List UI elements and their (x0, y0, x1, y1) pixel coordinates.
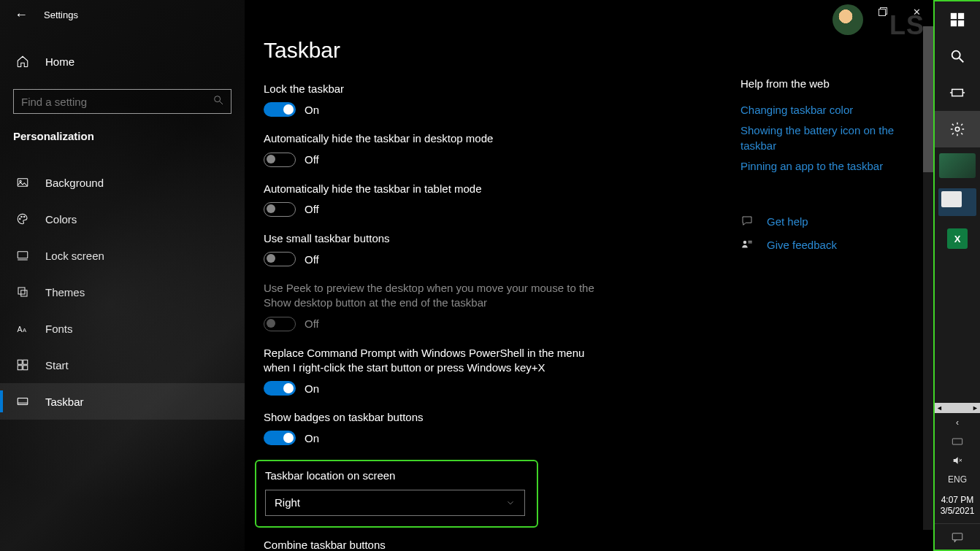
action-center-button[interactable] (935, 523, 980, 550)
dropdown-taskbar-location[interactable]: Right (265, 490, 525, 516)
svg-rect-15 (18, 398, 28, 405)
setting-combine: Combine taskbar buttons (264, 538, 600, 552)
svg-rect-21 (958, 13, 964, 19)
close-button[interactable]: ✕ (900, 0, 933, 23)
taskbar-app-thumbnail[interactable] (935, 147, 980, 184)
help-title: Help from the web (740, 77, 908, 90)
taskbar-app-group[interactable] (935, 184, 980, 220)
svg-line-1 (220, 101, 223, 104)
svg-rect-26 (952, 89, 963, 96)
svg-line-25 (960, 58, 964, 63)
tray-volume[interactable] (935, 451, 980, 470)
taskbar-settings-app[interactable] (935, 111, 980, 147)
help-link-color[interactable]: Changing taskbar color (740, 103, 908, 117)
svg-rect-7 (18, 252, 28, 258)
toggle-badges[interactable] (264, 431, 296, 445)
themes-icon (16, 285, 29, 298)
back-button[interactable]: ← (15, 7, 28, 23)
home-label: Home (45, 55, 74, 68)
chevron-down-icon (505, 498, 516, 508)
home-icon (16, 55, 29, 68)
search-button[interactable] (935, 38, 980, 74)
setting-autohide-tablet: Automatically hide the taskbar in tablet… (264, 182, 600, 217)
svg-rect-22 (951, 20, 957, 26)
svg-point-24 (952, 51, 960, 59)
nav-colors[interactable]: Colors (0, 201, 245, 237)
nav-lock-screen[interactable]: Lock screen (0, 237, 245, 274)
volume-mute-icon (952, 455, 963, 466)
setting-small-buttons: Use small taskbar buttons Off (264, 231, 600, 266)
svg-point-17 (743, 241, 747, 244)
chat-icon (740, 215, 754, 228)
toggle-lock[interactable] (264, 102, 296, 117)
nav-home[interactable]: Home (0, 44, 245, 79)
taskbar-icon (16, 395, 29, 408)
svg-rect-14 (23, 366, 28, 370)
gear-icon (949, 121, 965, 137)
svg-rect-19 (879, 9, 886, 16)
setting-powershell: Replace Command Prompt with Windows Powe… (264, 346, 600, 396)
svg-text:A: A (23, 327, 26, 334)
nav-background[interactable]: Background (0, 164, 245, 201)
windows-icon (949, 12, 965, 28)
toggle-small-buttons[interactable] (264, 252, 296, 266)
settings-sidebar: ← Settings Home Personalization Backgrou… (0, 0, 245, 551)
get-help-link[interactable]: Get help (740, 215, 908, 228)
nav-start[interactable]: Start (0, 347, 245, 383)
search-input[interactable] (13, 89, 231, 114)
page-title: Taskbar (264, 38, 933, 63)
svg-point-29 (955, 127, 960, 131)
help-link-pinning[interactable]: Pinning an app to the taskbar (740, 159, 908, 174)
palette-icon (16, 212, 29, 226)
svg-rect-11 (18, 360, 22, 364)
lock-screen-icon (16, 249, 29, 262)
highlighted-group: Taskbar location on screen Right (255, 460, 538, 527)
tray-input[interactable] (935, 432, 980, 451)
taskbar-overflow-scroll[interactable]: ◄► (935, 403, 980, 413)
setting-taskbar-location: Taskbar location on screen Right (265, 469, 528, 515)
user-avatar[interactable] (832, 4, 863, 35)
start-button[interactable] (935, 1, 980, 38)
svg-rect-23 (958, 20, 964, 26)
taskbar-excel[interactable]: X (935, 220, 980, 257)
task-view-icon (949, 85, 965, 101)
svg-point-5 (21, 216, 23, 217)
toggle-peek (264, 317, 296, 331)
svg-rect-12 (23, 360, 28, 364)
setting-badges: Show badges on taskbar buttons On (264, 410, 600, 445)
setting-lock-taskbar: Lock the taskbar On (264, 82, 600, 117)
tray-clock[interactable]: 4:07 PM 3/5/2021 (941, 489, 975, 523)
svg-rect-13 (18, 366, 22, 370)
nav-taskbar[interactable]: Taskbar (0, 383, 245, 420)
svg-rect-20 (951, 13, 957, 19)
toggle-autohide-tablet[interactable] (264, 202, 296, 217)
start-icon (16, 358, 29, 371)
notification-icon (951, 531, 964, 543)
help-panel: Help from the web Changing taskbar color… (740, 77, 908, 261)
svg-point-0 (215, 96, 221, 102)
svg-text:A: A (18, 325, 23, 334)
keyboard-icon (952, 436, 963, 447)
app-title: Settings (44, 9, 78, 20)
maximize-button[interactable] (866, 0, 900, 23)
give-feedback-link[interactable]: Give feedback (740, 238, 908, 251)
feedback-icon (740, 238, 754, 251)
picture-icon (16, 176, 29, 189)
toggle-powershell[interactable] (264, 381, 296, 396)
svg-point-4 (20, 218, 21, 220)
main-scrollbar[interactable] (923, 26, 933, 530)
tray-overflow[interactable]: ‹ (935, 413, 980, 432)
vertical-taskbar: X ◄► ‹ ENG 4:07 PM 3/5/2021 (933, 0, 980, 551)
setting-peek: Use Peek to preview the desktop when you… (264, 281, 600, 331)
nav-themes[interactable]: Themes (0, 274, 245, 310)
svg-rect-30 (952, 439, 962, 444)
svg-point-6 (24, 216, 26, 217)
setting-autohide-desktop: Automatically hide the taskbar in deskto… (264, 131, 600, 166)
tray-language[interactable]: ENG (935, 470, 980, 489)
section-heading: Personalization (0, 114, 245, 142)
nav-fonts[interactable]: AA Fonts (0, 310, 245, 347)
chevron-left-icon: ‹ (956, 417, 959, 428)
toggle-autohide-desktop[interactable] (264, 153, 296, 167)
help-link-battery[interactable]: Showing the battery icon on the taskbar (740, 123, 908, 153)
task-view-button[interactable] (935, 74, 980, 111)
